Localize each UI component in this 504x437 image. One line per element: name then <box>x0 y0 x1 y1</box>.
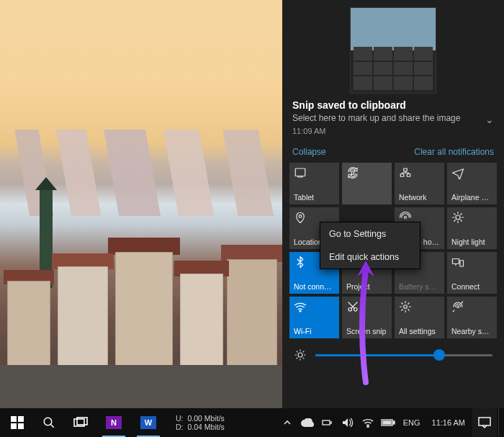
word-icon: W <box>139 413 158 432</box>
notification-body: Select here to mark up and share the ima… <box>292 112 494 124</box>
quick-action-label: Screen snip <box>346 327 387 335</box>
task-view-button[interactable] <box>66 408 95 437</box>
svg-point-20 <box>298 353 302 357</box>
airplane-icon <box>451 166 492 179</box>
notification-time: 11:09 AM <box>292 127 494 135</box>
onenote-icon: N <box>104 413 123 432</box>
collapse-link[interactable]: Collapse <box>292 147 326 157</box>
quick-action-wifi[interactable]: Wi-Fi <box>289 297 339 338</box>
search-icon <box>42 416 55 429</box>
svg-point-18 <box>404 305 408 309</box>
tray-battery[interactable] <box>379 408 397 437</box>
svg-rect-35 <box>393 421 395 424</box>
quick-action-label: Airplane mode <box>451 193 492 202</box>
settings-icon <box>399 300 440 313</box>
quick-action-label: Nearby sharing <box>451 327 492 335</box>
quick-action-tablet[interactable]: Tablet <box>289 163 339 204</box>
tray-onedrive[interactable] <box>298 408 317 437</box>
notification-thumbnail <box>350 7 436 94</box>
taskbar-app-onenote[interactable]: N <box>98 408 130 437</box>
context-edit-quick-actions[interactable]: Edit quick actions <box>320 245 420 269</box>
svg-point-19 <box>457 306 459 308</box>
svg-rect-1 <box>298 176 302 178</box>
volume-icon <box>342 418 354 428</box>
svg-rect-24 <box>18 423 24 429</box>
quick-action-label: Night light <box>451 238 492 246</box>
quick-action-connect[interactable]: Connect <box>447 252 497 294</box>
svg-text:W: W <box>145 418 153 427</box>
quick-action-airplane[interactable]: Airplane mode <box>447 163 497 204</box>
brightness-slider[interactable] <box>315 354 492 356</box>
snip-icon <box>346 300 387 313</box>
quick-action-label: Not connected <box>294 282 335 291</box>
svg-rect-22 <box>18 416 24 422</box>
chevron-down-icon[interactable]: ⌄ <box>485 114 494 125</box>
tray-network[interactable] <box>359 408 377 437</box>
desktop-wallpaper[interactable] <box>0 0 282 408</box>
quick-action-label: All settings <box>399 327 440 335</box>
action-center-panel: Snip saved to clipboard Select here to m… <box>282 0 504 408</box>
svg-point-8 <box>456 215 460 220</box>
tray-volume[interactable] <box>338 408 357 437</box>
svg-point-7 <box>405 217 407 219</box>
brightness-row <box>282 338 504 367</box>
nearby-icon <box>451 300 492 313</box>
quick-action-network[interactable]: Network <box>395 163 444 204</box>
svg-rect-14 <box>460 261 464 266</box>
clock[interactable]: 11:16 AM <box>426 418 471 427</box>
quick-action-context-menu: Go to Settings Edit quick actions <box>320 222 420 269</box>
show-desktop-peek[interactable] <box>498 408 503 437</box>
action-center-button[interactable] <box>472 408 497 437</box>
taskbar: N W U:0.00 Mbit/s D:0.04 Mbit/s <box>0 408 504 437</box>
svg-point-33 <box>367 426 369 428</box>
tray-overflow[interactable] <box>278 408 297 437</box>
tray-power[interactable] <box>318 408 337 437</box>
quick-action-rotation[interactable] <box>342 163 392 204</box>
wallpaper-town <box>0 209 282 408</box>
svg-rect-2 <box>352 171 354 175</box>
power-plug-icon <box>322 418 333 427</box>
cloud-icon <box>301 418 314 427</box>
quick-action-label: Project <box>346 282 387 291</box>
night-light-icon <box>451 211 492 224</box>
svg-rect-0 <box>295 168 305 176</box>
search-button[interactable] <box>35 408 63 437</box>
network-icon <box>399 166 440 179</box>
svg-rect-32 <box>323 420 330 425</box>
svg-point-15 <box>300 310 301 312</box>
quick-action-nearby[interactable]: Nearby sharing <box>447 297 497 338</box>
brightness-icon <box>294 348 307 361</box>
connect-icon <box>451 256 492 269</box>
notification-title: Snip saved to clipboard <box>292 99 494 111</box>
quick-action-settings[interactable]: All settings <box>395 297 444 338</box>
tablet-icon <box>294 166 335 179</box>
quick-action-snip[interactable]: Screen snip <box>342 297 392 338</box>
quick-action-label: Wi-Fi <box>294 327 335 335</box>
taskbar-app-word[interactable]: W <box>132 408 164 437</box>
rotation-lock-icon <box>346 166 387 179</box>
svg-rect-37 <box>479 418 490 425</box>
quick-action-label: Tablet <box>294 193 335 202</box>
svg-point-25 <box>44 418 52 425</box>
wifi-icon <box>294 300 335 313</box>
notification-icon <box>478 417 491 428</box>
svg-rect-23 <box>11 423 17 429</box>
language-indicator[interactable]: ENG <box>399 418 425 427</box>
quick-action-night[interactable]: Night light <box>447 207 497 249</box>
svg-rect-21 <box>11 416 17 422</box>
chevron-up-icon <box>283 418 292 427</box>
quick-action-label: Battery saver <box>399 282 440 291</box>
task-view-icon <box>73 417 88 428</box>
svg-rect-13 <box>453 259 459 264</box>
net-speed-meter: U:0.00 Mbit/s D:0.04 Mbit/s <box>176 414 225 431</box>
start-button[interactable] <box>3 408 32 437</box>
wifi-icon <box>362 418 374 428</box>
context-go-to-settings[interactable]: Go to Settings <box>320 222 420 245</box>
svg-text:N: N <box>111 418 117 427</box>
svg-rect-36 <box>383 421 391 424</box>
quick-action-label: Network <box>399 193 440 202</box>
clear-notifications-link[interactable]: Clear all notifications <box>414 147 494 157</box>
quick-action-label: Connect <box>451 282 492 291</box>
notification-card[interactable]: Snip saved to clipboard Select here to m… <box>282 0 504 140</box>
battery-icon <box>381 418 395 427</box>
